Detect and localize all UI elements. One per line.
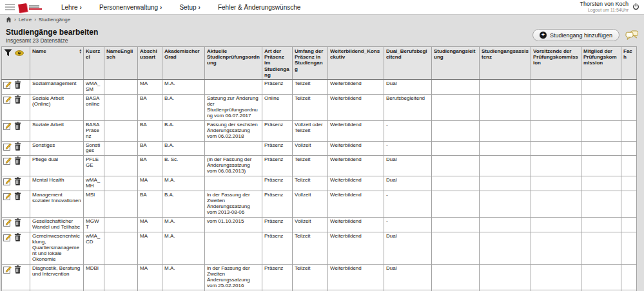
nav-item-fehler-änderungswünsche[interactable]: Fehler & Änderungswünsche <box>218 4 300 11</box>
edit-row-icon[interactable] <box>3 192 12 200</box>
column-header-vorsitzende-der-prüfungskommission[interactable]: Vorsitzende der Prüfungskommission <box>531 47 581 80</box>
home-icon[interactable] <box>6 17 12 23</box>
edit-row-icon[interactable] <box>3 218 12 227</box>
edit-row-icon[interactable] <box>3 156 12 165</box>
cell-fach <box>621 264 637 290</box>
column-header-fach[interactable]: Fach <box>621 47 637 80</box>
edit-row-icon[interactable] <box>3 95 12 104</box>
column-header-weiterbildend-konsekutiv[interactable]: Weiterbildend_Konsekutiv <box>328 47 384 80</box>
cell-abschlussart: MA <box>138 176 162 191</box>
table-row: SonstigesSonstigesBAB.A.PräsenzVollzeitW… <box>2 141 637 156</box>
breadcrumb-item-lehre[interactable]: Lehre <box>19 17 32 23</box>
delete-row-icon[interactable] <box>14 156 21 165</box>
cell-akademischer-grad: M.A. <box>162 218 205 232</box>
cell-umfang-der-präsenz-in-studiengang: Vollzeit <box>293 141 328 156</box>
delete-row-icon[interactable] <box>14 218 21 227</box>
edit-row-icon[interactable] <box>3 122 12 130</box>
column-header-name[interactable]: Name▴▾ <box>30 47 84 80</box>
add-studiengang-button-label: Studiengang hinzufügen <box>550 32 612 39</box>
cell-umfang-der-präsenz-in-studiengang: Teilzeit <box>293 176 328 191</box>
cell-vorsitzende-der-prüfungskommission <box>531 264 581 290</box>
cell-name: Gesellschaftlicher Wandel und Teilhabe <box>30 218 84 232</box>
cell-akademischer-grad: B.A. <box>162 141 205 156</box>
cell-studiengangsassistenz <box>480 141 531 156</box>
hamburger-menu-icon[interactable] <box>5 3 15 11</box>
cell-aktuelle-studienprüfungsordnung: in der Fassung der Zweiten Änderungssatz… <box>205 264 262 290</box>
cell-fach <box>621 156 637 176</box>
page-title: Studiengänge bearbeiten <box>6 28 98 37</box>
cell-studiengangsleitung <box>432 264 480 290</box>
column-header-nameenglisch[interactable]: NameEnglisch <box>104 47 138 80</box>
column-header-mitglied-der-prüfungskommission[interactable]: Mitglied der Prüfungskommission <box>581 47 621 80</box>
column-header-abschlussart[interactable]: Abschlussart <box>138 47 162 80</box>
cell-studiengangsleitung <box>432 232 480 264</box>
delete-row-icon[interactable] <box>14 177 21 185</box>
cell-abschlussart: BA <box>138 156 162 176</box>
cell-nameenglisch <box>104 264 138 290</box>
delete-row-icon[interactable] <box>14 80 21 89</box>
university-logo[interactable] <box>19 3 42 12</box>
edit-row-icon[interactable] <box>3 233 12 241</box>
cell-name: Mental Health <box>30 176 84 191</box>
delete-row-icon[interactable] <box>14 142 21 151</box>
power-icon[interactable] <box>632 3 639 10</box>
cell-umfang-der-präsenz-in-studiengang: Vollzeit <box>293 218 328 232</box>
column-header-akademischer-grad[interactable]: Akademischer Grad <box>162 47 205 80</box>
cell-weiterbildend-konsekutiv: Weiterbildend <box>328 218 384 232</box>
cell-akademischer-grad: B. Sc. <box>162 156 205 176</box>
nav-menu: Lehre›Personenverwaltung›Setup›Fehler & … <box>61 4 318 11</box>
edit-row-icon[interactable] <box>3 265 12 274</box>
cell-aktuelle-studienprüfungsordnung: (in der Fassung der Änderungssatzung vom… <box>205 156 262 176</box>
cell-kuerzel: MDBI <box>84 264 104 290</box>
delete-row-icon[interactable] <box>14 265 21 274</box>
edit-row-icon[interactable] <box>3 80 12 89</box>
column-header-umfang-der-präsenz-in-studiengang[interactable]: Umfang der Präsenz in Studiengang <box>293 47 328 80</box>
delete-row-icon[interactable] <box>14 122 21 130</box>
column-header-kuerzel[interactable]: Kuerzel <box>84 47 104 80</box>
cell-art-der-präsenz-im-studiengang: Online <box>262 94 293 120</box>
breadcrumb-item-studiengänge[interactable]: Studiengänge <box>39 17 70 23</box>
column-header-art-der-präsenz-im-studiengang[interactable]: Art der Präsenz im Studiengang <box>262 47 293 80</box>
cell-dual-berufsbegleitend: Dual <box>384 176 432 191</box>
cell-studiengangsleitung <box>432 156 480 176</box>
cell-weiterbildend-konsekutiv: Weiterbildend <box>328 232 384 264</box>
cell-umfang-der-präsenz-in-studiengang: Vollzeit <box>293 191 328 218</box>
breadcrumb-separator: › <box>34 17 36 23</box>
add-studiengang-button[interactable]: + Studiengang hinzufügen <box>532 29 620 41</box>
nav-item-personenverwaltung[interactable]: Personenverwaltung› <box>99 4 162 11</box>
cell-aktuelle-studienprüfungsordnung: in der Fassung der Zweiten Änderungssatz… <box>205 191 262 218</box>
filter-icon[interactable] <box>4 49 12 57</box>
cell-studiengangsleitung <box>432 120 480 141</box>
edit-row-icon[interactable] <box>3 177 12 185</box>
cell-umfang-der-präsenz-in-studiengang: Teilzeit <box>293 264 328 290</box>
delete-row-icon[interactable] <box>14 95 21 104</box>
cell-nameenglisch <box>104 79 138 94</box>
cell-art-der-präsenz-im-studiengang: Präsenz <box>262 79 293 94</box>
column-header-studiengangsassistenz[interactable]: Studiengangsassistenz <box>480 47 531 80</box>
eye-icon[interactable] <box>15 50 24 56</box>
cell-umfang-der-präsenz-in-studiengang: Vollzeit oder Teilzeit <box>293 120 328 141</box>
column-header-dual-berufsbegleitend[interactable]: Dual_Berufsbegleitend <box>384 47 432 80</box>
cell-aktuelle-studienprüfungsordnung: vom 01.10.2015 <box>205 218 262 232</box>
cell-weiterbildend-konsekutiv: Weiterbildend <box>328 94 384 120</box>
cell-kuerzel: wMA_CD <box>84 232 104 264</box>
nav-item-lehre[interactable]: Lehre› <box>61 4 82 11</box>
cell-kuerzel: BASA Präsenz <box>84 120 104 141</box>
edit-row-icon[interactable] <box>3 142 12 151</box>
cell-kuerzel: wMA_SM <box>84 79 104 94</box>
cell-vorsitzende-der-prüfungskommission <box>531 156 581 176</box>
nav-item-setup[interactable]: Setup› <box>179 4 200 11</box>
speech-bubbles-icon[interactable] <box>625 30 639 41</box>
cell-fach <box>621 232 637 264</box>
cell-kuerzel: BASA online <box>84 94 104 120</box>
sort-indicator-icon[interactable]: ▴▾ <box>79 48 81 53</box>
cell-vorsitzende-der-prüfungskommission <box>531 120 581 141</box>
delete-row-icon[interactable] <box>14 192 21 200</box>
cell-art-der-präsenz-im-studiengang: Präsenz <box>262 156 293 176</box>
column-header-aktuelle-studienprüfungsordnung[interactable]: Aktuelle Studienprüfungsordnung <box>205 47 262 80</box>
cell-studiengangsassistenz <box>480 79 531 94</box>
cell-nameenglisch <box>104 176 138 191</box>
cell-dual-berufsbegleitend: - <box>384 218 432 232</box>
delete-row-icon[interactable] <box>14 233 21 241</box>
column-header-studiengangsleitung[interactable]: Studiengangsleitung <box>432 47 480 80</box>
